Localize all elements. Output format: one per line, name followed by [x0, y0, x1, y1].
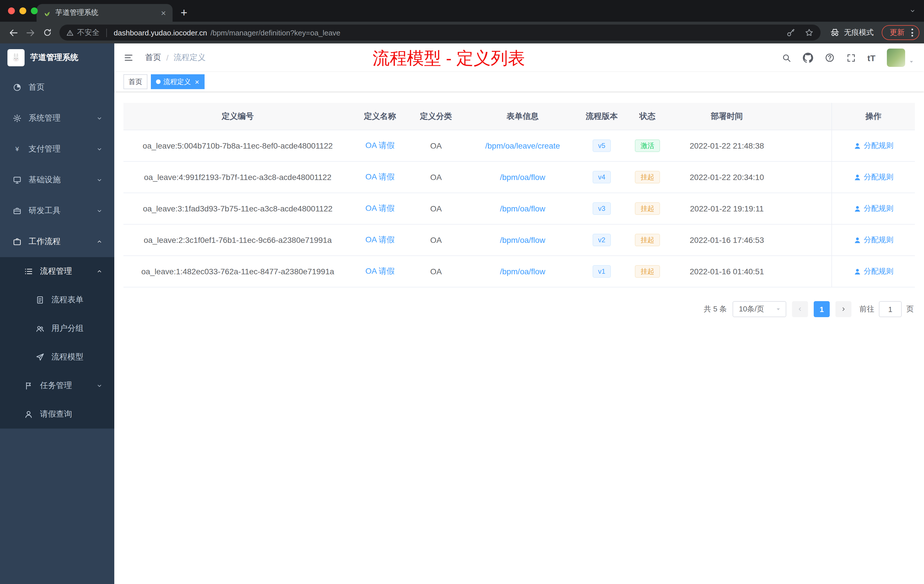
tag-process-definition[interactable]: 流程定义 ×: [151, 74, 204, 89]
bookmark-star-icon[interactable]: [805, 28, 814, 37]
column-form-info: 表单信息: [464, 103, 581, 130]
font-size-button[interactable]: tT: [868, 53, 875, 63]
tag-home[interactable]: 首页: [124, 74, 147, 89]
navbar-tools: tT: [782, 49, 915, 67]
user-menu[interactable]: [887, 49, 915, 67]
cell-actions: 分配规则: [832, 256, 915, 287]
page-size-select[interactable]: 10条/页: [733, 301, 786, 317]
chevron-down-icon: [96, 208, 103, 214]
tab-search-chevron-icon[interactable]: [909, 7, 916, 14]
sidebar-item-dev-tools[interactable]: 研发工具: [0, 195, 114, 226]
omnibox-divider: [106, 28, 107, 37]
password-key-icon[interactable]: [786, 28, 795, 37]
sidebar-item-leave-query[interactable]: 请假查询: [0, 400, 114, 429]
version-badge: v1: [592, 265, 611, 278]
table-row-5: oa_leave:1:482ec033-762a-11ec-8477-a2380…: [124, 256, 915, 287]
screen: 芋道管理系统 × + 不安全 dashboard.yudao.iocoder.c…: [0, 0, 924, 584]
cell-process-version: v5: [581, 130, 622, 161]
assign-rule-button[interactable]: 分配规则: [853, 203, 893, 214]
sidebar-item-home[interactable]: 首页: [0, 72, 114, 103]
tag-close-icon[interactable]: ×: [195, 78, 199, 86]
version-badge: v2: [592, 234, 611, 246]
security-label[interactable]: 不安全: [77, 27, 99, 38]
form-info-link[interactable]: /bpm/oa/flow: [500, 173, 545, 182]
github-link[interactable]: [803, 53, 813, 63]
breadcrumb-current: 流程定义: [174, 53, 206, 63]
status-badge: 挂起: [635, 171, 660, 183]
sidebar-item-task-management[interactable]: 任务管理: [0, 371, 114, 400]
person-icon: [853, 173, 861, 181]
sidebar-item-process-management[interactable]: 流程管理: [0, 257, 114, 286]
sidebar-menu: 首页 系统管理 支付管理 基础设施 研发工具 工作流程 流程管理 流程表单 用户…: [0, 72, 114, 584]
list-icon: [24, 267, 33, 276]
assign-rule-button[interactable]: 分配规则: [853, 140, 893, 151]
cell-process-version: v1: [581, 256, 622, 287]
back-button[interactable]: [5, 24, 22, 41]
sidebar-item-workflow[interactable]: 工作流程: [0, 226, 114, 257]
breadcrumb-home[interactable]: 首页: [145, 53, 161, 63]
zoom-window-button[interactable]: [31, 7, 38, 14]
users-icon: [35, 324, 45, 333]
sidebar-toggle-button[interactable]: [124, 52, 135, 63]
assign-rule-button[interactable]: 分配规则: [853, 235, 893, 245]
column-actions: 操作: [832, 103, 915, 130]
sidebar-item-payment-management[interactable]: 支付管理: [0, 134, 114, 165]
user-avatar[interactable]: [887, 49, 905, 67]
page-number-button[interactable]: 1: [814, 301, 830, 317]
close-window-button[interactable]: [8, 7, 15, 14]
definition-name-link[interactable]: OA 请假: [365, 203, 395, 214]
sidebar-item-user-group[interactable]: 用户分组: [0, 314, 114, 343]
docs-help-button[interactable]: [825, 53, 835, 63]
sidebar-item-system-management[interactable]: 系统管理: [0, 103, 114, 134]
cell-definition-id: oa_leave:2:3c1f0ef1-76b1-11ec-9c66-a2380…: [124, 224, 352, 256]
table-header: 定义编号 定义名称 定义分类 表单信息 流程版本 状态 部署时间 操作: [124, 103, 915, 130]
new-tab-button[interactable]: +: [176, 5, 192, 21]
browser-update-button[interactable]: 更新: [882, 25, 919, 40]
cell-status: 挂起: [622, 224, 673, 256]
sidebar-item-process-form[interactable]: 流程表单: [0, 286, 114, 314]
cell-actions: 分配规则: [832, 130, 915, 161]
cell-status: 挂起: [622, 256, 673, 287]
cell-status: 挂起: [622, 193, 673, 224]
form-info-link[interactable]: /bpm/oa/flow: [500, 204, 545, 213]
sidebar-item-infrastructure[interactable]: 基础设施: [0, 165, 114, 195]
assign-rule-button[interactable]: 分配规则: [853, 266, 893, 277]
goto-page-input[interactable]: [879, 301, 902, 317]
prev-page-button[interactable]: [792, 301, 808, 317]
browser-menu-dots-icon[interactable]: [909, 28, 916, 36]
definition-name-link[interactable]: OA 请假: [365, 172, 395, 182]
definition-name-link[interactable]: OA 请假: [365, 266, 395, 277]
definition-name-link[interactable]: OA 请假: [365, 235, 395, 245]
form-info-link[interactable]: /bpm/oa/flow: [500, 236, 545, 244]
reload-button[interactable]: [39, 24, 56, 41]
pagination: 共 5 条 10条/页 1 前往 页: [124, 301, 915, 317]
fullscreen-button[interactable]: [846, 53, 856, 63]
form-info-link[interactable]: /bpm/oa/flow: [500, 267, 545, 276]
next-page-button[interactable]: [835, 301, 851, 317]
cell-deploy-time: 2022-01-22 20:34:10: [673, 162, 781, 193]
forward-button[interactable]: [22, 24, 39, 41]
table-row-3: oa_leave:3:1fad3d93-7b75-11ec-a3c8-acde4…: [124, 193, 915, 224]
tab-title: 芋道管理系统: [55, 8, 154, 18]
address-bar[interactable]: 不安全 dashboard.yudao.iocoder.cn/bpm/manag…: [59, 25, 820, 41]
assign-rule-button[interactable]: 分配规则: [853, 172, 893, 182]
breadcrumb: 首页 / 流程定义: [145, 53, 206, 63]
window-controls[interactable]: [8, 7, 38, 14]
browser-tab[interactable]: 芋道管理系统 ×: [36, 4, 173, 22]
minimize-window-button[interactable]: [20, 7, 26, 14]
breadcrumb-separator: /: [166, 53, 168, 62]
form-info-link[interactable]: /bpm/oa/leave/create: [485, 141, 560, 150]
tab-close-icon[interactable]: ×: [159, 8, 168, 17]
cell-process-version: v4: [581, 162, 622, 193]
sidebar-logo[interactable]: 芋道管理系统: [0, 43, 114, 72]
sidebar-item-process-model[interactable]: 流程模型: [0, 343, 114, 371]
cell-definition-category: OA: [408, 256, 464, 287]
definition-name-link[interactable]: OA 请假: [365, 140, 395, 151]
flag-icon: [24, 381, 33, 390]
tags-bar: 首页 流程定义 ×: [114, 72, 924, 91]
app: 芋道管理系统 首页 系统管理 支付管理 基础设施 研发工具 工作流程 流程管理 …: [0, 43, 924, 584]
goto-unit-label: 页: [906, 304, 914, 314]
person-icon: [853, 236, 861, 244]
search-button[interactable]: [782, 53, 792, 63]
chevron-up-icon: [96, 268, 103, 275]
